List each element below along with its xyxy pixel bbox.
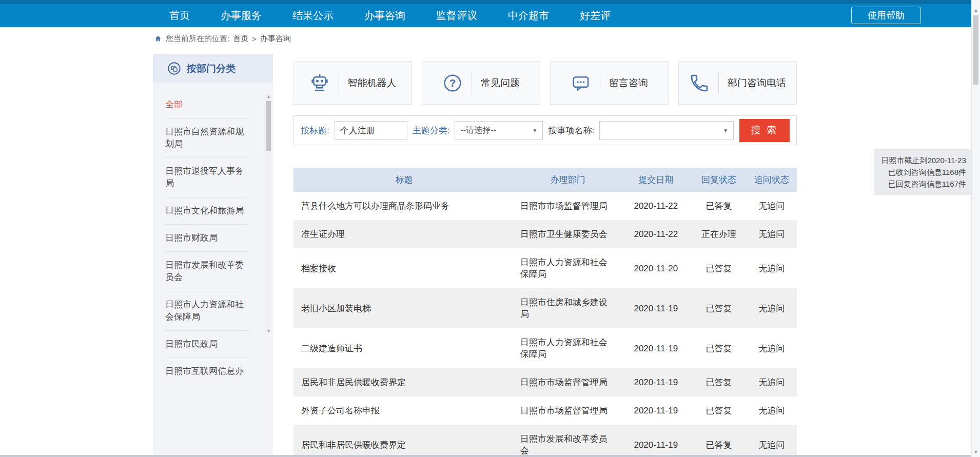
card-smart-robot[interactable]: 智能机器人 <box>293 61 412 105</box>
nav-item-results[interactable]: 结果公示 <box>292 9 334 23</box>
row-title[interactable]: 准生证办理 <box>293 220 515 248</box>
row-date: 2020-11-22 <box>621 220 691 248</box>
card-label: 部门咨询电话 <box>728 76 786 90</box>
sidebar-scroll-up-icon[interactable]: ▲ <box>265 94 272 99</box>
row-department: 日照市住房和城乡建设局 <box>515 288 621 328</box>
stats-line-replied: 已回复咨询信息1167件 <box>880 178 966 190</box>
nav-top-edge <box>0 0 971 4</box>
scroll-thumb[interactable] <box>973 15 978 85</box>
question-icon: ? <box>442 73 463 93</box>
scroll-up-icon[interactable]: ▲ <box>972 8 980 13</box>
row-department: 日照市市场监督管理局 <box>515 396 621 425</box>
row-followup-status: 无追问 <box>747 248 797 288</box>
robot-icon <box>309 73 330 93</box>
card-leave-message[interactable]: 留言咨询 <box>550 61 669 105</box>
table-row: 外资子公司名称申报 日照市市场监督管理局 2020-11-19 已答复 无追问 <box>293 396 797 425</box>
chevron-down-icon: ▼ <box>533 128 538 133</box>
table-row: 老旧小区加装电梯 日照市住房和城乡建设局 2020-11-19 已答复 无追问 <box>293 288 797 328</box>
row-reply-status: 已答复 <box>691 425 747 457</box>
row-followup-status: 无追问 <box>747 396 797 425</box>
sidebar-scrollbar[interactable]: ▲ ▼ <box>265 94 272 333</box>
card-faq[interactable]: ? 常见问题 <box>422 61 540 105</box>
column-reply-status: 回复状态 <box>691 168 747 192</box>
row-followup-status: 无追问 <box>747 328 797 368</box>
card-divider <box>339 72 339 94</box>
breadcrumb-current[interactable]: 办事咨询 <box>260 34 291 44</box>
column-title: 标题 <box>293 168 515 192</box>
card-label: 留言咨询 <box>609 76 648 90</box>
row-date: 2020-11-22 <box>621 192 691 220</box>
stats-line-received: 已收到咨询信息1168件 <box>880 166 966 178</box>
row-date: 2020-11-19 <box>621 425 691 457</box>
nav-item-consultation[interactable]: 办事咨询 <box>364 9 405 23</box>
row-date: 2020-11-19 <box>621 288 691 328</box>
row-title[interactable]: 莒县什么地方可以办理商品条形码业务 <box>293 192 515 220</box>
row-reply-status: 已答复 <box>691 396 747 425</box>
nav-item-supervision[interactable]: 监督评议 <box>436 9 477 23</box>
sidebar-item-civil-affairs[interactable]: 日照市民政局 <box>165 331 249 358</box>
help-button[interactable]: 使用帮助 <box>851 7 921 24</box>
row-followup-status: 无追问 <box>747 192 797 220</box>
row-date: 2020-11-19 <box>621 396 691 425</box>
category-icon <box>167 62 181 75</box>
breadcrumb-home-link[interactable]: 首页 <box>233 34 248 44</box>
search-title-label: 按标题: <box>301 125 329 136</box>
svg-text:?: ? <box>449 77 456 89</box>
nav-item-services[interactable]: 办事服务 <box>221 9 262 23</box>
nav-menu: 首页 办事服务 结果公示 办事咨询 监督评议 中介超市 好差评 <box>169 4 611 27</box>
breadcrumb-separator: > <box>252 34 257 43</box>
consultation-table: 标题 办理部门 提交日期 回复状态 追问状态 莒县什么地方可以办理商品条形码业务… <box>293 168 797 457</box>
search-title-input[interactable] <box>335 121 407 140</box>
sidebar-header: 按部门分类 <box>153 54 273 83</box>
page-scrollbar[interactable]: ▲ ▼ <box>971 0 980 457</box>
row-department: 日照市人力资源和社会保障局 <box>515 248 621 288</box>
sidebar-item-natural-resources[interactable]: 日照市自然资源和规划局 <box>165 118 249 158</box>
row-title[interactable]: 居民和非居民供暖收费界定 <box>293 425 515 457</box>
row-title[interactable]: 老旧小区加装电梯 <box>293 288 515 328</box>
row-title[interactable]: 档案接收 <box>293 248 515 288</box>
sidebar-item-all[interactable]: 全部 <box>165 91 249 118</box>
sidebar-item-veterans-affairs[interactable]: 日照市退役军人事务局 <box>165 158 249 197</box>
breadcrumb-prefix: 您当前所在的位置: <box>166 34 229 44</box>
top-nav: 首页 办事服务 结果公示 办事咨询 监督评议 中介超市 好差评 使用帮助 <box>0 0 971 27</box>
nav-item-rating[interactable]: 好差评 <box>580 9 611 23</box>
row-title[interactable]: 二级建造师证书 <box>293 328 515 368</box>
table-row: 莒县什么地方可以办理商品条形码业务 日照市市场监督管理局 2020-11-22 … <box>293 192 797 220</box>
search-button[interactable]: 搜 索 <box>739 119 790 142</box>
sidebar-item-finance[interactable]: 日照市财政局 <box>165 225 249 252</box>
table-header: 标题 办理部门 提交日期 回复状态 追问状态 <box>293 168 797 192</box>
card-department-phone[interactable]: 部门咨询电话 <box>678 61 797 105</box>
row-date: 2020-11-19 <box>621 328 691 368</box>
row-reply-status: 正在办理 <box>691 220 747 248</box>
category-select-value: --请选择-- <box>460 125 496 136</box>
item-name-select[interactable]: ▼ <box>599 121 734 140</box>
row-department: 日照市市场监督管理局 <box>515 192 621 220</box>
quick-link-cards: 智能机器人 ? 常见问题 留言咨询 <box>293 61 797 105</box>
row-followup-status: 无追问 <box>747 220 797 248</box>
row-title[interactable]: 外资子公司名称申报 <box>293 396 515 425</box>
table-row: 居民和非居民供暖收费界定 日照市市场监督管理局 2020-11-19 已答复 无… <box>293 368 797 396</box>
category-select[interactable]: --请选择-- ▼ <box>455 121 543 140</box>
column-date: 提交日期 <box>621 168 691 192</box>
row-reply-status: 已答复 <box>691 192 747 220</box>
row-followup-status: 无追问 <box>747 368 797 396</box>
department-sidebar: 按部门分类 全部 日照市自然资源和规划局 日照市退役军人事务局 日照市文化和旅游… <box>153 54 273 455</box>
row-department: 日照市发展和改革委员会 <box>515 425 621 457</box>
column-department: 办理部门 <box>515 168 621 192</box>
sidebar-item-development-reform[interactable]: 日照市发展和改革委员会 <box>165 252 249 291</box>
sidebar-title: 按部门分类 <box>187 62 236 75</box>
page: 首页 办事服务 结果公示 办事咨询 监督评议 中介超市 好差评 使用帮助 您当前… <box>0 0 980 457</box>
sidebar-item-culture-tourism[interactable]: 日照市文化和旅游局 <box>165 197 249 225</box>
table-row: 档案接收 日照市人力资源和社会保障局 2020-11-20 已答复 无追问 <box>293 248 797 288</box>
sidebar-scroll-down-icon[interactable]: ▼ <box>265 329 272 333</box>
row-reply-status: 已答复 <box>691 368 747 396</box>
scroll-down-icon[interactable]: ▼ <box>972 449 980 454</box>
sidebar-item-internet-info[interactable]: 日照市互联网信息办 <box>165 358 249 385</box>
card-label: 智能机器人 <box>348 76 397 90</box>
row-title[interactable]: 居民和非居民供暖收费界定 <box>293 368 515 396</box>
nav-item-agency-market[interactable]: 中介超市 <box>508 9 549 23</box>
sidebar-item-human-resources[interactable]: 日照市人力资源和社会保障局 <box>165 291 249 331</box>
row-followup-status: 无追问 <box>747 425 797 457</box>
nav-item-home[interactable]: 首页 <box>169 9 190 23</box>
sidebar-scroll-thumb[interactable] <box>266 101 271 151</box>
